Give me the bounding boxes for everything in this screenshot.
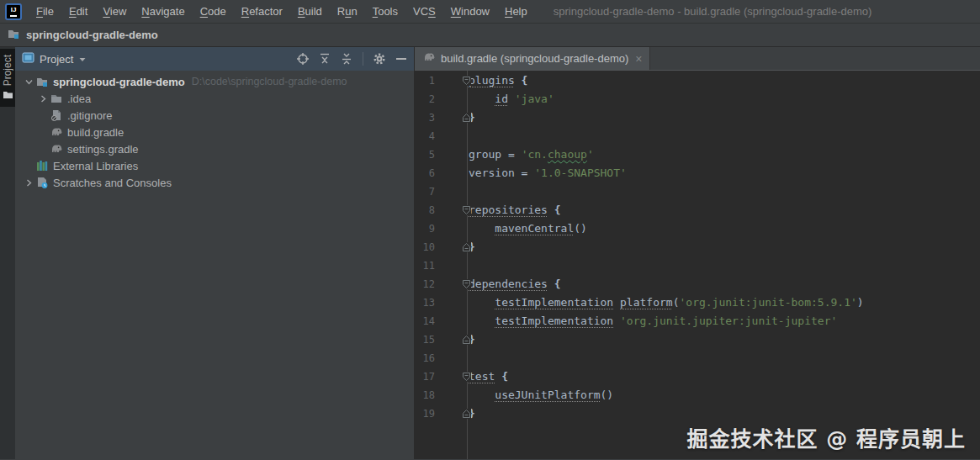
code-line-12[interactable]: 12dependencies { <box>415 275 980 293</box>
fold-start-icon[interactable] <box>462 372 471 382</box>
locate-icon[interactable] <box>295 51 310 66</box>
code-line-text: repositories { <box>465 201 561 219</box>
menu-item-help[interactable]: Help <box>497 0 535 24</box>
gutter-fold-column <box>435 108 465 127</box>
breadcrumb-project[interactable]: springcloud-gradle-demo <box>26 29 158 41</box>
tab-build-gradle[interactable]: build.gradle (springcloud-gradle-demo) × <box>415 47 650 70</box>
gutter-fold-column <box>435 256 465 275</box>
project-tool-window: Project springcloud-gradle-demoD:\code\s… <box>15 47 415 459</box>
menu-item-view[interactable]: View <box>95 0 134 24</box>
code-line-2[interactable]: 2 id 'java' <box>415 90 980 108</box>
tree-item-springcloud-gradle-demo[interactable]: springcloud-gradle-demoD:\code\springclo… <box>15 73 414 90</box>
code-line-10[interactable]: 10} <box>415 238 980 256</box>
collapse-all-icon[interactable] <box>339 51 354 66</box>
chevron-right-icon[interactable] <box>36 92 50 105</box>
code-line-17[interactable]: 17test { <box>415 367 980 386</box>
chevron-down-icon[interactable] <box>22 75 35 88</box>
minimize-icon[interactable] <box>394 51 409 66</box>
fold-start-icon[interactable] <box>462 279 471 289</box>
gutter-fold-column <box>435 367 465 386</box>
tree-item-scratches-and-consoles[interactable]: Scratches and Consoles <box>15 174 414 191</box>
code-line-16[interactable]: 16 <box>415 349 980 367</box>
gutter-fold-column <box>435 238 465 256</box>
line-number: 17 <box>415 367 435 386</box>
editor-tab-bar: build.gradle (springcloud-gradle-demo) × <box>415 47 980 71</box>
code-line-9[interactable]: 9 mavenCentral() <box>415 219 980 238</box>
tree-item-path: D:\code\springcloud-gradle-demo <box>192 76 347 87</box>
code-line-6[interactable]: 6version = '1.0-SNAPSHOT' <box>415 164 980 182</box>
tree-item-label: .idea <box>67 93 91 105</box>
gitignore-icon <box>50 108 63 122</box>
menu-item-file[interactable]: File <box>29 0 61 24</box>
gutter-fold-column <box>435 145 465 164</box>
tree-item-label: build.gradle <box>67 126 124 139</box>
fold-end-icon[interactable] <box>462 242 471 252</box>
gradle-icon <box>50 142 63 156</box>
menu-item-navigate[interactable]: Navigate <box>134 0 192 24</box>
line-number: 14 <box>415 312 435 330</box>
fold-start-icon[interactable] <box>462 76 471 86</box>
gutter-fold-column <box>435 330 465 349</box>
menu-item-window[interactable]: Window <box>443 0 497 24</box>
gear-icon[interactable] <box>372 51 387 66</box>
folder-icon <box>3 86 13 102</box>
main-menu: FileEditViewNavigateCodeRefactorBuildRun… <box>29 0 535 24</box>
code-line-5[interactable]: 5group = 'cn.chaoup' <box>415 145 980 164</box>
menu-item-build[interactable]: Build <box>290 0 330 24</box>
code-line-18[interactable]: 18 useJUnitPlatform() <box>415 386 980 404</box>
menu-item-tools[interactable]: Tools <box>365 0 405 24</box>
code-line-4[interactable]: 4 <box>415 127 980 145</box>
close-icon[interactable]: × <box>635 52 642 66</box>
chevron-spacer <box>36 125 50 139</box>
project-view-icon <box>22 52 34 66</box>
fold-end-icon[interactable] <box>462 335 471 345</box>
fold-end-icon[interactable] <box>462 409 471 419</box>
tree-item-label: Scratches and Consoles <box>53 177 172 189</box>
menu-item-code[interactable]: Code <box>193 0 234 24</box>
code-line-8[interactable]: 8repositories { <box>415 201 980 219</box>
tree-item-settings-gradle[interactable]: settings.gradle <box>15 140 414 157</box>
tool-stripe-project-button[interactable]: Project <box>0 49 15 107</box>
tree-item--idea[interactable]: .idea <box>15 90 414 107</box>
tree-item-label: springcloud-gradle-demo <box>53 76 185 88</box>
tree-item-external-libraries[interactable]: External Libraries <box>15 157 414 174</box>
code-line-1[interactable]: 1plugins { <box>415 71 980 90</box>
gutter-separator <box>467 71 468 459</box>
fold-start-icon[interactable] <box>462 205 471 215</box>
intellij-window: IJ FileEditViewNavigateCodeRefactorBuild… <box>0 0 980 460</box>
menu-item-vcs[interactable]: VCS <box>405 0 443 24</box>
gutter-fold-column <box>435 127 465 145</box>
menu-item-refactor[interactable]: Refactor <box>234 0 290 24</box>
tool-stripe-project-label: Project <box>2 55 13 86</box>
chevron-spacer <box>22 159 35 172</box>
menu-item-run[interactable]: Run <box>330 0 365 24</box>
gutter-fold-column <box>435 275 465 293</box>
code-line-7[interactable]: 7 <box>415 182 980 201</box>
project-view-selector[interactable]: Project <box>22 52 87 66</box>
tree-item-build-gradle[interactable]: build.gradle <box>15 124 414 140</box>
tree-item--gitignore[interactable]: .gitignore <box>15 107 414 124</box>
code-line-13[interactable]: 13 testImplementation platform('org.juni… <box>415 293 980 312</box>
line-number: 10 <box>415 238 435 256</box>
chevron-spacer <box>36 108 50 122</box>
code-line-text: testImplementation platform('org.junit:j… <box>465 293 864 312</box>
code-line-14[interactable]: 14 testImplementation 'org.junit.jupiter… <box>415 312 980 330</box>
code-line-text: useJUnitPlatform() <box>465 386 613 404</box>
expand-all-icon[interactable] <box>317 51 332 66</box>
code-line-text: dependencies { <box>465 275 561 293</box>
code-line-3[interactable]: 3} <box>415 108 980 127</box>
code-line-11[interactable]: 11 <box>415 256 980 275</box>
code-line-15[interactable]: 15} <box>415 330 980 349</box>
project-folder-icon <box>7 27 20 43</box>
fold-end-icon[interactable] <box>462 113 471 123</box>
code-line-text: group = 'cn.chaoup' <box>465 145 594 164</box>
code-editor[interactable]: 1plugins {2 id 'java'3}45group = 'cn.cha… <box>415 71 980 459</box>
project-panel-toolbar <box>295 51 409 66</box>
code-line-19[interactable]: 19} <box>415 404 980 423</box>
line-number: 7 <box>415 182 435 201</box>
chevron-down-icon <box>78 53 87 66</box>
navigation-bar: springcloud-gradle-demo <box>0 24 980 47</box>
line-number: 5 <box>415 145 435 164</box>
menu-item-edit[interactable]: Edit <box>61 0 95 24</box>
chevron-right-icon[interactable] <box>22 176 35 189</box>
